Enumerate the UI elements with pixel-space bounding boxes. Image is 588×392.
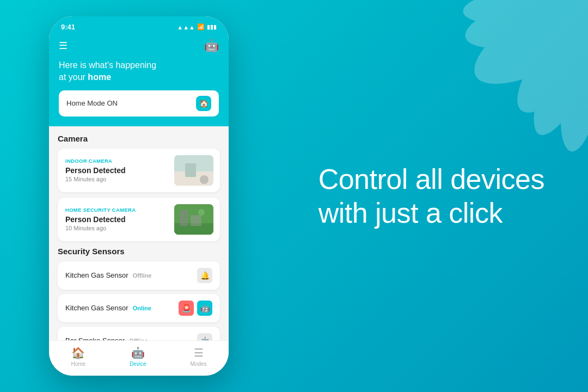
phone-frame: 9:41 ▲▲▲ 📶 ▮▮▮ ☰ 🤖 Here is what's happen…	[49, 16, 229, 376]
outdoor-camera-event: Person Detected	[65, 215, 136, 224]
sensor-icon-offline-1: 🔔	[197, 268, 212, 283]
camera-section-title: Camera	[58, 134, 220, 143]
signal-icon: ▲▲▲	[177, 24, 195, 30]
sensor-left-2: Kitchen Gas Sensor Online	[65, 304, 151, 312]
status-bar: 9:41 ▲▲▲ 📶 ▮▮▮	[49, 16, 229, 34]
svg-rect-8	[185, 163, 196, 177]
greeting-home: home	[88, 72, 111, 82]
svg-point-3	[520, 0, 588, 144]
sensor-icons-1: 🔔	[197, 268, 212, 283]
bg-leaf-decoration	[425, 0, 588, 163]
outdoor-camera-time: 10 Minutes ago	[65, 225, 136, 231]
camera-card-outdoor-left: HOME SECURITY CAMERA Person Detected 10 …	[65, 207, 136, 231]
nav-modes-label: Modes	[191, 361, 207, 367]
app-header: ☰ 🤖 Here is what's happening at your hom…	[49, 34, 229, 126]
menu-icon[interactable]: ☰	[59, 40, 68, 52]
sensor-icons-3: 🤖	[197, 333, 212, 340]
outdoor-thumb-visual	[174, 204, 213, 235]
tagline-line2: with just a click	[318, 197, 503, 229]
sensor-card-kitchen-gas-online[interactable]: Kitchen Gas Sensor Online 🚨 🤖	[58, 294, 220, 322]
sensor-icon-offline-3: 🤖	[197, 333, 212, 340]
sensor-status-2: Online	[133, 305, 151, 311]
svg-point-5	[553, 20, 588, 155]
greeting-line2: at your	[59, 72, 88, 82]
sensor-card-kitchen-gas-offline[interactable]: Kitchen Gas Sensor Offline 🔔	[58, 261, 220, 290]
indoor-camera-time: 15 Minutes ago	[65, 176, 125, 182]
home-mode-label: Home Mode ON	[66, 99, 118, 107]
tagline-container: Control all devices with just a click	[318, 162, 544, 230]
svg-point-4	[461, 0, 588, 30]
sensor-left-1: Kitchen Gas Sensor Offline	[65, 271, 151, 279]
camera-card-outdoor[interactable]: HOME SECURITY CAMERA Person Detected 10 …	[58, 198, 220, 241]
svg-point-0	[460, 0, 588, 105]
sensor-status-1: Offline	[133, 272, 152, 279]
indoor-camera-event: Person Detected	[65, 166, 125, 175]
sensor-icon-alert-2: 🚨	[179, 301, 194, 316]
header-top: ☰ 🤖	[59, 39, 219, 53]
sensor-left-3: Bar Smoke Sensor Offline	[65, 336, 148, 340]
sensor-card-bar-smoke-offline[interactable]: Bar Smoke Sensor Offline 🤖	[58, 327, 220, 340]
svg-point-1	[500, 0, 588, 128]
svg-point-9	[200, 175, 209, 184]
status-time: 9:41	[61, 23, 75, 31]
nav-item-modes[interactable]: ☰ Modes	[191, 346, 207, 367]
tagline-text: Control all devices with just a click	[318, 162, 544, 230]
phone-mockup: 9:41 ▲▲▲ 📶 ▮▮▮ ☰ 🤖 Here is what's happen…	[49, 16, 229, 376]
app-content: Camera INDOOR CAMERA Person Detected 15 …	[49, 126, 229, 340]
wifi-icon: 📶	[197, 23, 205, 30]
indoor-camera-thumbnail	[174, 155, 213, 186]
robot-icon: 🤖	[204, 39, 219, 53]
sensor-name-1: Kitchen Gas Sensor	[65, 271, 128, 279]
outdoor-camera-type: HOME SECURITY CAMERA	[65, 207, 136, 213]
nav-device-label: Device	[130, 361, 146, 367]
battery-icon: ▮▮▮	[207, 23, 217, 30]
svg-point-2	[459, 0, 588, 61]
sensor-icons-2: 🚨 🤖	[179, 301, 212, 316]
outdoor-camera-thumbnail	[174, 204, 213, 235]
nav-home-icon: 🏠	[71, 346, 85, 359]
greeting-line1: Here is what's happening	[59, 60, 156, 70]
greeting-text: Here is what's happening at your home	[59, 59, 219, 84]
camera-card-indoor[interactable]: INDOOR CAMERA Person Detected 15 Minutes…	[58, 149, 220, 192]
svg-point-14	[198, 209, 205, 216]
indoor-thumb-visual	[174, 155, 213, 186]
indoor-camera-type: INDOOR CAMERA	[65, 158, 125, 164]
tagline-line1: Control all devices	[318, 163, 544, 195]
nav-item-device[interactable]: 🤖 Device	[130, 346, 146, 367]
status-icons: ▲▲▲ 📶 ▮▮▮	[177, 23, 217, 30]
sensor-name-2: Kitchen Gas Sensor	[65, 304, 128, 312]
bottom-nav: 🏠 Home 🤖 Device ☰ Modes	[49, 340, 229, 376]
nav-home-label: Home	[71, 361, 85, 367]
home-mode-icon-btn[interactable]: 🏠	[196, 96, 211, 111]
svg-rect-12	[180, 210, 188, 226]
sensor-icon-robot-2: 🤖	[197, 301, 212, 316]
nav-device-icon: 🤖	[131, 346, 145, 359]
nav-modes-icon: ☰	[194, 346, 204, 359]
svg-rect-13	[191, 215, 201, 226]
home-mode-bar[interactable]: Home Mode ON 🏠	[59, 90, 219, 117]
sensor-name-3: Bar Smoke Sensor	[65, 336, 125, 340]
camera-card-indoor-left: INDOOR CAMERA Person Detected 15 Minutes…	[65, 158, 125, 182]
nav-item-home[interactable]: 🏠 Home	[71, 346, 85, 367]
sensor-section-title: Security Sensors	[58, 247, 220, 256]
